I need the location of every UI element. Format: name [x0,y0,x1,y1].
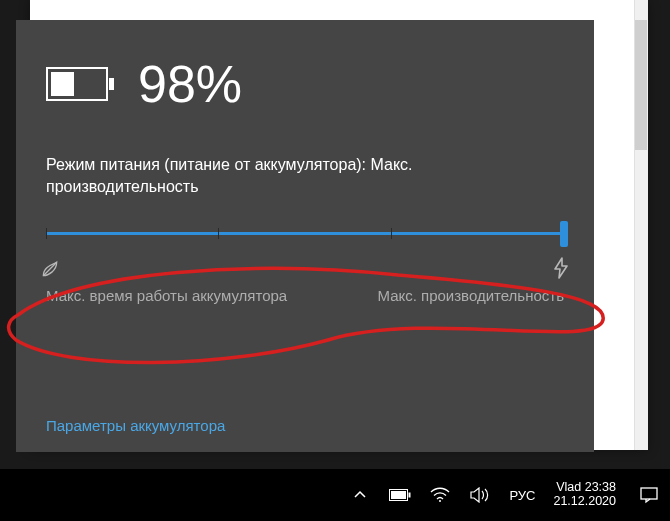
scrollbar[interactable] [634,0,648,450]
tray-battery-icon[interactable] [389,484,411,506]
scrollbar-thumb[interactable] [635,20,647,150]
power-mode-slider[interactable] [46,221,564,247]
tray-user: Vlad [556,480,581,494]
tray-chevron-icon[interactable] [349,484,371,506]
battery-flyout: 98% Режим питания (питание от аккумулято… [16,20,594,452]
svg-rect-7 [391,491,406,499]
svg-rect-3 [74,72,103,96]
power-mode-label: Режим питания (питание от аккумулятора):… [46,154,564,197]
taskbar[interactable]: РУС Vlad 23:38 21.12.2020 [0,469,670,521]
svg-point-8 [439,500,441,502]
tray-time: 23:38 [585,480,616,494]
svg-rect-6 [409,493,411,498]
slider-thumb[interactable] [560,221,568,247]
svg-rect-1 [109,78,114,90]
battery-settings-link[interactable]: Параметры аккумулятора [46,417,225,434]
tray-wifi-icon[interactable] [429,484,451,506]
lightning-icon [552,257,570,283]
battery-percent: 98% [138,54,242,114]
leaf-icon [40,259,60,283]
tray-language[interactable]: РУС [509,488,535,503]
tray-date: 21.12.2020 [553,495,616,509]
tray-clock[interactable]: Vlad 23:38 21.12.2020 [553,481,616,509]
slider-right-label: Макс. производительность [377,287,564,304]
svg-rect-9 [641,488,657,499]
tray-notifications-icon[interactable] [638,484,660,506]
battery-icon [46,64,116,104]
slider-left-label: Макс. время работы аккумулятора [46,287,287,304]
tray-volume-icon[interactable] [469,484,491,506]
